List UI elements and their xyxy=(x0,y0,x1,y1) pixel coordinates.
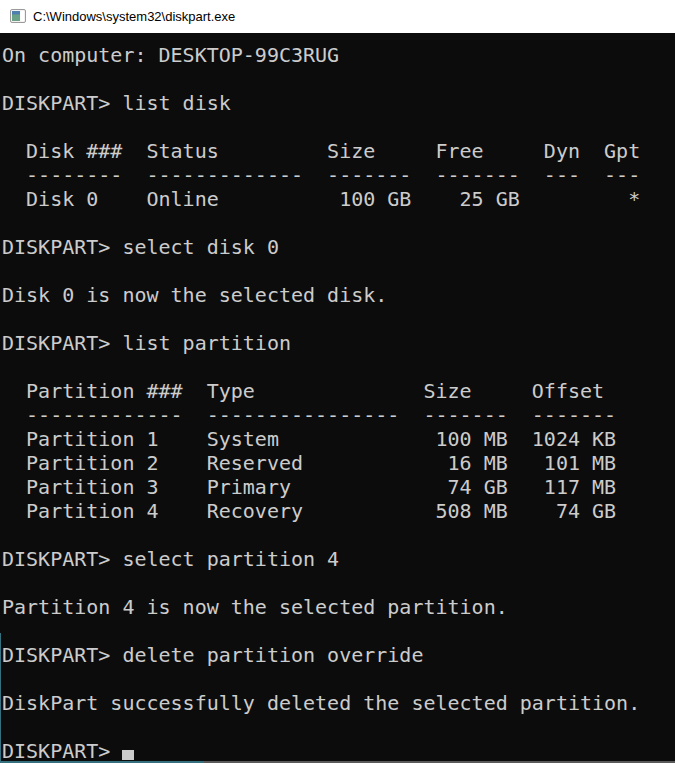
console-line: Partition 2 Reserved 16 MB 101 MB xyxy=(2,451,675,475)
console-line: Partition 3 Primary 74 GB 117 MB xyxy=(2,475,675,499)
console-line: DISKPART> select disk 0 xyxy=(2,235,675,259)
console-line: DISKPART> select partition 4 xyxy=(2,547,675,571)
console-line xyxy=(2,115,675,139)
console-line xyxy=(2,211,675,235)
console-line: Disk ### Status Size Free Dyn Gpt xyxy=(2,139,675,163)
console-line: -------- ------------- ------- ------- -… xyxy=(2,163,675,187)
console-line: Disk 0 is now the selected disk. xyxy=(2,283,675,307)
window-title: C:\Windows\system32\diskpart.exe xyxy=(33,0,235,33)
console-line xyxy=(2,67,675,91)
console-viewport[interactable]: On computer: DESKTOP-99C3RUGDISKPART> li… xyxy=(0,33,675,763)
console-line xyxy=(2,667,675,691)
console-line xyxy=(2,259,675,283)
console-line: DISKPART> delete partition override xyxy=(2,643,675,667)
console-line: Partition 4 Recovery 508 MB 74 GB xyxy=(2,499,675,523)
console-line: Partition 4 is now the selected partitio… xyxy=(2,595,675,619)
prompt-text: DISKPART> xyxy=(2,739,122,763)
console-line: On computer: DESKTOP-99C3RUG xyxy=(2,43,675,67)
console-line: Partition ### Type Size Offset xyxy=(2,379,675,403)
console-line: ------------- ---------------- ------- -… xyxy=(2,403,675,427)
console-window: C:\Windows\system32\diskpart.exe On comp… xyxy=(0,0,675,763)
console-line: DISKPART> list disk xyxy=(2,91,675,115)
console-line xyxy=(2,523,675,547)
window-border-left xyxy=(0,633,1,763)
console-line xyxy=(2,355,675,379)
console-line: DiskPart successfully deleted the select… xyxy=(2,691,675,715)
console-line: DISKPART> list partition xyxy=(2,331,675,355)
console-line xyxy=(2,619,675,643)
console-line xyxy=(2,715,675,739)
console-line: Partition 1 System 100 MB 1024 KB xyxy=(2,427,675,451)
console-line xyxy=(2,307,675,331)
console-prompt-line[interactable]: DISKPART> xyxy=(2,739,675,763)
console-line: Disk 0 Online 100 GB 25 GB * xyxy=(2,187,675,211)
console-output: On computer: DESKTOP-99C3RUGDISKPART> li… xyxy=(2,43,675,739)
title-bar[interactable]: C:\Windows\system32\diskpart.exe xyxy=(0,0,675,33)
console-line xyxy=(2,571,675,595)
text-cursor xyxy=(122,750,134,760)
console-window-icon xyxy=(10,8,26,24)
